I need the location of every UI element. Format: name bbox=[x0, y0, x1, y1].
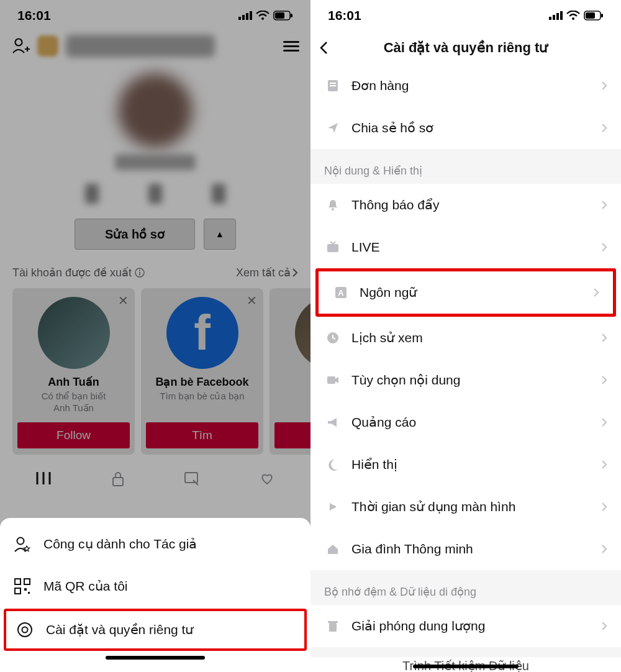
card-subtitle: Có thể bPhươn bbox=[274, 390, 310, 414]
svg-rect-32 bbox=[330, 85, 336, 86]
chevron-right-icon bbox=[601, 123, 607, 133]
svg-rect-12 bbox=[113, 478, 123, 486]
row-language[interactable]: A Ngôn ngữ bbox=[315, 268, 616, 317]
row-push-notifications[interactable]: Thông báo đẩy bbox=[310, 184, 621, 226]
svg-rect-16 bbox=[24, 579, 30, 584]
card-subtitle: Tìm bạn bè của bạn bbox=[146, 391, 258, 402]
row-label: Lịch sử xem bbox=[351, 330, 601, 345]
home-icon bbox=[326, 542, 340, 556]
row-share-profile[interactable]: Chia sẻ hồ sơ bbox=[310, 107, 621, 149]
card-name: Bạn bè Facebook bbox=[146, 375, 258, 389]
svg-rect-31 bbox=[330, 83, 336, 84]
follow-button[interactable]: Follow bbox=[17, 422, 130, 448]
chevron-right-icon bbox=[601, 375, 607, 385]
liked-tab-icon[interactable] bbox=[258, 471, 276, 486]
svg-rect-23 bbox=[553, 15, 555, 20]
status-bar: 16:01 bbox=[0, 0, 310, 31]
row-label: Tùy chọn nội dung bbox=[351, 373, 601, 388]
chevron-right-icon bbox=[601, 460, 607, 470]
svg-point-21 bbox=[22, 627, 28, 633]
page-title: Cài đặt và quyền riêng tư bbox=[384, 40, 548, 56]
gear-icon bbox=[16, 621, 34, 638]
svg-rect-38 bbox=[327, 376, 335, 384]
row-label: Thời gian sử dụng màn hình bbox=[351, 499, 601, 514]
sheet-item-label: Mã QR của tôi bbox=[43, 579, 128, 594]
hamburger-menu-icon[interactable] bbox=[283, 39, 299, 54]
row-screen-time[interactable]: Thời gian sử dụng màn hình bbox=[310, 486, 621, 528]
svg-rect-29 bbox=[601, 14, 603, 17]
chevron-right-icon bbox=[601, 242, 607, 252]
row-ads[interactable]: Quảng cáo bbox=[310, 401, 621, 443]
signal-icon bbox=[549, 11, 563, 20]
sheet-item-creator-tools[interactable]: Công cụ dành cho Tác giả bbox=[0, 523, 310, 565]
chevron-left-icon bbox=[319, 41, 328, 55]
language-icon: A bbox=[334, 286, 348, 299]
row-free-up-space[interactable]: Giải phóng dung lượng bbox=[310, 605, 621, 647]
row-content-preferences[interactable]: Tùy chọn nội dung bbox=[310, 359, 621, 401]
follow-button[interactable]: Fo bbox=[274, 422, 310, 448]
trash-icon bbox=[326, 619, 340, 633]
suggested-card[interactable]: ✕ Anh Tuấn Có thể bạn biếtAnh Tuấn Follo… bbox=[12, 288, 135, 455]
svg-point-26 bbox=[572, 17, 574, 20]
row-live[interactable]: LIVE bbox=[310, 226, 621, 268]
home-indicator bbox=[413, 665, 519, 668]
row-label: Ngôn ngữ bbox=[360, 285, 593, 300]
svg-point-33 bbox=[332, 208, 334, 211]
status-time: 16:01 bbox=[328, 8, 361, 23]
profile-avatar[interactable] bbox=[118, 73, 193, 148]
moon-icon bbox=[326, 458, 340, 471]
hourglass-icon bbox=[326, 500, 340, 514]
suggested-accounts: Tài khoản được đề xuất Xem tất cả ✕ Anh … bbox=[0, 250, 310, 461]
row-label: Gia đình Thông minh bbox=[351, 542, 601, 556]
avatar bbox=[38, 297, 110, 369]
svg-rect-6 bbox=[275, 12, 284, 19]
svg-rect-22 bbox=[549, 17, 551, 20]
bullhorn-icon bbox=[326, 415, 340, 429]
sheet-item-label: Công cụ dành cho Tác giả bbox=[43, 537, 197, 552]
qr-icon bbox=[14, 578, 31, 595]
svg-rect-7 bbox=[291, 14, 292, 17]
repost-tab-icon[interactable] bbox=[183, 471, 201, 486]
sheet-item-settings[interactable]: Cài đặt và quyền riêng tư bbox=[4, 609, 307, 651]
chevron-right-icon bbox=[601, 417, 607, 427]
svg-rect-28 bbox=[586, 12, 595, 19]
add-person-icon[interactable] bbox=[11, 37, 30, 55]
close-icon[interactable]: ✕ bbox=[118, 293, 129, 308]
grid-tab-icon[interactable] bbox=[35, 471, 52, 486]
row-family-pairing[interactable]: Gia đình Thông minh bbox=[310, 528, 621, 570]
suggested-card[interactable]: ✕ f Bạn bè Facebook Tìm bạn bè của bạn T… bbox=[141, 288, 263, 455]
row-label: Đơn hàng bbox=[351, 78, 601, 93]
svg-rect-13 bbox=[185, 473, 197, 483]
status-time: 16:01 bbox=[17, 8, 51, 23]
svg-rect-2 bbox=[246, 13, 248, 20]
row-watch-history[interactable]: Lịch sử xem bbox=[310, 317, 621, 359]
avatar bbox=[295, 297, 311, 369]
video-icon bbox=[326, 373, 340, 387]
card-subtitle: Có thể bạn biếtAnh Tuấn bbox=[17, 391, 130, 414]
wifi-icon bbox=[566, 11, 580, 20]
share-icon bbox=[326, 121, 340, 135]
back-button[interactable] bbox=[319, 41, 328, 55]
suggested-card[interactable]: ✕ Candy Có thể bPhươn Fo bbox=[270, 288, 310, 455]
profile-tabs bbox=[0, 461, 310, 487]
private-tab-icon[interactable] bbox=[110, 471, 126, 487]
row-orders[interactable]: Đơn hàng bbox=[310, 65, 621, 107]
chevron-right-icon bbox=[292, 268, 298, 277]
see-all-link[interactable]: Xem tất cả bbox=[236, 266, 298, 279]
status-bar: 16:01 bbox=[310, 0, 621, 31]
row-display[interactable]: Hiển thị bbox=[310, 443, 621, 486]
section-header: Nội dung & Hiển thị bbox=[310, 149, 621, 184]
settings-group: Thông báo đẩy LIVE A Ngôn ngữ Lịch sử xe… bbox=[310, 184, 621, 570]
expand-button[interactable]: ▲ bbox=[204, 219, 236, 250]
svg-rect-39 bbox=[329, 623, 337, 632]
row-label: Quảng cáo bbox=[351, 415, 601, 430]
svg-rect-3 bbox=[250, 11, 252, 20]
svg-rect-18 bbox=[24, 588, 27, 591]
close-icon[interactable]: ✕ bbox=[247, 293, 257, 308]
info-icon[interactable] bbox=[135, 268, 145, 278]
edit-profile-button[interactable]: Sửa hồ sơ bbox=[75, 219, 195, 250]
find-button[interactable]: Tìm bbox=[146, 422, 258, 448]
row-label: Chia sẻ hồ sơ bbox=[351, 120, 601, 135]
svg-point-4 bbox=[261, 17, 264, 20]
sheet-item-qr[interactable]: Mã QR của tôi bbox=[0, 565, 310, 607]
